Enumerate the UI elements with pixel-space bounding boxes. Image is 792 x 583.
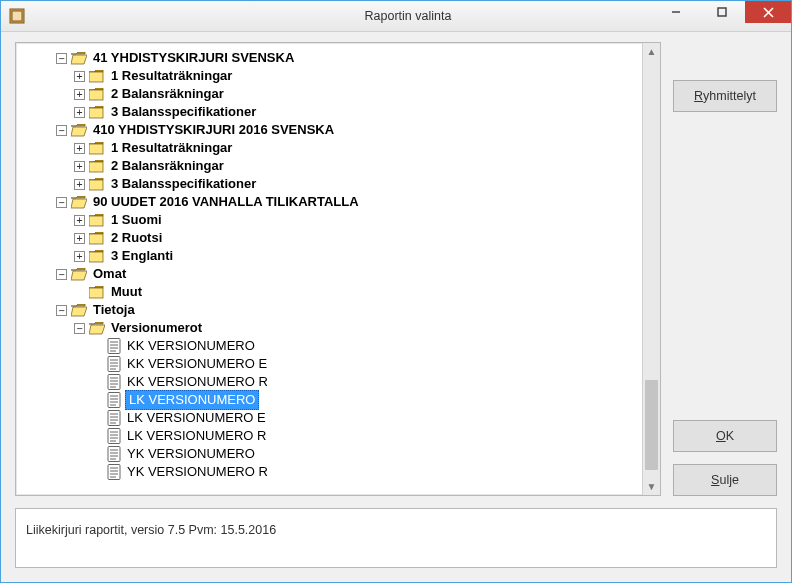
scroll-thumb[interactable] — [645, 380, 658, 470]
tree-item-label[interactable]: Tietoja — [91, 301, 137, 319]
tree-row[interactable]: − 90 UUDET 2016 VANHALLA TILIKARTALLA — [24, 193, 640, 211]
tree-item-label[interactable]: Muut — [109, 283, 144, 301]
tree-row[interactable]: − 41 YHDISTYSKIRJURI SVENSKA — [24, 49, 640, 67]
tree-row[interactable]: KK VERSIONUMERO R — [24, 373, 640, 391]
folder-icon — [89, 232, 105, 245]
expand-icon[interactable]: + — [74, 179, 85, 190]
tree-item-label[interactable]: 2 Ruotsi — [109, 229, 164, 247]
collapse-icon[interactable]: − — [56, 125, 67, 136]
svg-rect-6 — [89, 72, 103, 82]
tree-row[interactable]: + 3 Englanti — [24, 247, 640, 265]
svg-rect-13 — [89, 234, 103, 244]
folder-icon — [89, 250, 105, 263]
folder-open-icon — [71, 304, 87, 317]
tree-item-label[interactable]: KK VERSIONUMERO E — [125, 355, 269, 373]
tree-item-label[interactable]: 1 Suomi — [109, 211, 164, 229]
tree-row[interactable]: YK VERSIONUMERO R — [24, 463, 640, 481]
report-icon — [107, 338, 121, 354]
tree-row[interactable]: + 3 Balansspecifikationer — [24, 175, 640, 193]
titlebar: Raportin valinta — [1, 1, 791, 32]
groupings-button[interactable]: Ryhmittelyt — [673, 80, 777, 112]
minimize-button[interactable] — [653, 1, 699, 23]
tree-item-label[interactable]: Versionumerot — [109, 319, 204, 337]
vertical-scrollbar[interactable]: ▲ ▼ — [642, 43, 660, 495]
collapse-icon[interactable]: − — [56, 53, 67, 64]
tree-row[interactable]: LK VERSIONUMERO R — [24, 427, 640, 445]
tree-row[interactable]: + 3 Balansspecifikationer — [24, 103, 640, 121]
tree-item-label[interactable]: 1 Resultaträkningar — [109, 67, 234, 85]
folder-open-icon — [71, 52, 87, 65]
report-icon — [107, 392, 121, 408]
window-controls — [653, 1, 791, 23]
tree-item-label[interactable]: LK VERSIONUMERO R — [125, 427, 268, 445]
tree-item-label[interactable]: 41 YHDISTYSKIRJURI SVENSKA — [91, 49, 296, 67]
scroll-down-button[interactable]: ▼ — [643, 478, 660, 495]
folder-icon — [89, 70, 105, 83]
tree-row[interactable]: + 1 Suomi — [24, 211, 640, 229]
tree-row[interactable]: + 2 Balansräkningar — [24, 85, 640, 103]
svg-rect-15 — [89, 288, 103, 298]
tree-row[interactable]: − Omat — [24, 265, 640, 283]
ok-button[interactable]: OK — [673, 420, 777, 452]
close-window-button[interactable] — [745, 1, 791, 23]
tree-row[interactable]: + 1 Resultaträkningar — [24, 139, 640, 157]
expand-icon[interactable]: + — [74, 107, 85, 118]
tree-item-label[interactable]: YK VERSIONUMERO R — [125, 463, 270, 481]
tree-row[interactable]: LK VERSIONUMERO — [24, 391, 640, 409]
expand-icon[interactable]: + — [74, 143, 85, 154]
status-text: Liikekirjuri raportit, versio 7.5 Pvm: 1… — [26, 523, 276, 537]
tree-row[interactable]: + 2 Ruotsi — [24, 229, 640, 247]
expand-icon[interactable]: + — [74, 251, 85, 262]
collapse-icon[interactable]: − — [56, 305, 67, 316]
expand-icon[interactable]: + — [74, 161, 85, 172]
tree-scroll[interactable]: − 41 YHDISTYSKIRJURI SVENSKA+ 1 Resultat… — [16, 43, 642, 495]
tree-row[interactable]: + 2 Balansräkningar — [24, 157, 640, 175]
svg-rect-10 — [89, 162, 103, 172]
tree-item-label[interactable]: 3 Balansspecifikationer — [109, 175, 258, 193]
scroll-up-button[interactable]: ▲ — [643, 43, 660, 60]
tree-row[interactable]: − Tietoja — [24, 301, 640, 319]
tree-item-label[interactable]: YK VERSIONUMERO — [125, 445, 257, 463]
report-icon — [107, 446, 121, 462]
tree-row[interactable]: KK VERSIONUMERO E — [24, 355, 640, 373]
tree-row[interactable]: YK VERSIONUMERO — [24, 445, 640, 463]
tree-item-label[interactable]: 3 Englanti — [109, 247, 175, 265]
status-panel: Liikekirjuri raportit, versio 7.5 Pvm: 1… — [15, 508, 777, 568]
tree-item-label[interactable]: 410 YHDISTYSKIRJURI 2016 SVENSKA — [91, 121, 336, 139]
tree-row[interactable]: − 410 YHDISTYSKIRJURI 2016 SVENSKA — [24, 121, 640, 139]
maximize-button[interactable] — [699, 1, 745, 23]
close-button[interactable]: Sulje — [673, 464, 777, 496]
window: Raportin valinta − 41 YHDISTYSKIRJURI SV… — [0, 0, 792, 583]
expand-icon[interactable]: + — [74, 233, 85, 244]
tree-row[interactable]: KK VERSIONUMERO — [24, 337, 640, 355]
tree-item-label[interactable]: KK VERSIONUMERO — [125, 337, 257, 355]
collapse-icon[interactable]: − — [74, 323, 85, 334]
tree-row[interactable]: + 1 Resultaträkningar — [24, 67, 640, 85]
tree-item-label[interactable]: LK VERSIONUMERO E — [125, 409, 268, 427]
expand-icon[interactable]: + — [74, 89, 85, 100]
tree-item-label[interactable]: Omat — [91, 265, 128, 283]
report-icon — [107, 410, 121, 426]
expand-icon[interactable]: + — [74, 215, 85, 226]
collapse-icon[interactable]: − — [56, 269, 67, 280]
tree-row[interactable]: − Versionumerot — [24, 319, 640, 337]
scroll-track[interactable] — [643, 60, 660, 478]
folder-icon — [89, 88, 105, 101]
tree-item-label[interactable]: 2 Balansräkningar — [109, 85, 226, 103]
report-icon — [107, 356, 121, 372]
tree-item-label[interactable]: 90 UUDET 2016 VANHALLA TILIKARTALLA — [91, 193, 361, 211]
svg-rect-1 — [12, 11, 22, 21]
folder-open-icon — [71, 268, 87, 281]
tree-item-label[interactable]: LK VERSIONUMERO — [125, 390, 259, 410]
tree-row[interactable]: LK VERSIONUMERO E — [24, 409, 640, 427]
report-icon — [107, 374, 121, 390]
expand-icon[interactable]: + — [74, 71, 85, 82]
side-buttons: Ryhmittelyt OK Sulje — [673, 42, 777, 496]
tree-item-label[interactable]: 2 Balansräkningar — [109, 157, 226, 175]
report-icon — [107, 428, 121, 444]
tree-row[interactable]: Muut — [24, 283, 640, 301]
tree-item-label[interactable]: KK VERSIONUMERO R — [125, 373, 270, 391]
tree-item-label[interactable]: 1 Resultaträkningar — [109, 139, 234, 157]
collapse-icon[interactable]: − — [56, 197, 67, 208]
tree-item-label[interactable]: 3 Balansspecifikationer — [109, 103, 258, 121]
